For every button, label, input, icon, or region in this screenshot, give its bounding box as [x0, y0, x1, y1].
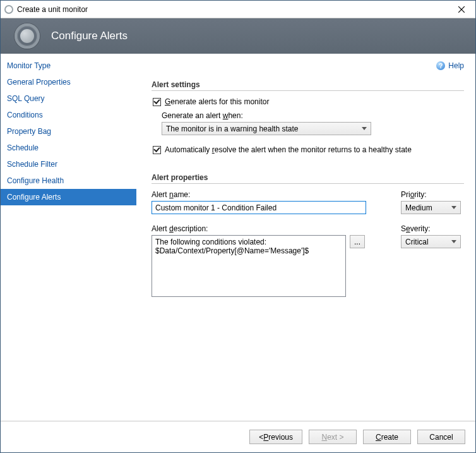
main-panel: ? Help Alert settings Generate alerts fo… [136, 54, 475, 421]
sidebar-item-schedule-filter[interactable]: Schedule Filter [1, 156, 136, 172]
description-browse-button[interactable]: ... [350, 235, 365, 248]
help-link[interactable]: ? Help [436, 61, 464, 70]
severity-label: Severity: [401, 224, 464, 233]
chevron-down-icon [451, 206, 456, 209]
titlebar: Create a unit monitor [1, 1, 475, 18]
chevron-down-icon [362, 127, 367, 130]
generate-when-label: Generate an alert when: [162, 111, 464, 120]
close-icon [458, 6, 465, 13]
sidebar-item-general-properties[interactable]: General Properties [1, 74, 136, 90]
alert-description-textarea[interactable]: The following conditions violated: $Data… [152, 235, 346, 297]
alert-name-label: Alert name: [152, 190, 366, 199]
wizard-sidebar: Monitor Type General Properties SQL Quer… [1, 54, 136, 421]
wizard-footer: < Previous Next > Create Cancel [1, 421, 475, 452]
help-icon: ? [436, 61, 445, 70]
priority-label: Priority: [401, 190, 464, 199]
priority-value: Medium [405, 203, 432, 212]
sidebar-item-conditions[interactable]: Conditions [1, 107, 136, 123]
sidebar-item-configure-alerts[interactable]: Configure Alerts [1, 189, 136, 205]
app-icon [4, 5, 13, 14]
content: Monitor Type General Properties SQL Quer… [1, 54, 475, 421]
generate-alerts-label: Generate alerts for this monitor [165, 97, 269, 106]
sidebar-item-schedule[interactable]: Schedule [1, 140, 136, 156]
cancel-button[interactable]: Cancel [417, 430, 465, 444]
section-alert-settings: Alert settings [152, 80, 464, 91]
sidebar-item-property-bag[interactable]: Property Bag [1, 123, 136, 140]
generate-alerts-checkbox[interactable] [153, 98, 161, 106]
autoresolve-label: Automatically resolve the alert when the… [165, 145, 412, 154]
window-title: Create a unit monitor [17, 5, 448, 14]
next-button: Next > [309, 430, 357, 444]
sidebar-item-monitor-type[interactable]: Monitor Type [1, 57, 136, 74]
chevron-down-icon [451, 240, 456, 243]
banner-title: Configure Alerts [51, 30, 128, 42]
autoresolve-row: Automatically resolve the alert when the… [153, 145, 464, 154]
sidebar-item-configure-health[interactable]: Configure Health [1, 172, 136, 189]
severity-select[interactable]: Critical [401, 235, 461, 248]
section-alert-properties: Alert properties [152, 173, 464, 184]
page-banner: Configure Alerts [1, 18, 475, 54]
autoresolve-checkbox[interactable] [153, 146, 161, 154]
alert-description-label: Alert description: [152, 224, 366, 233]
close-button[interactable] [448, 1, 475, 18]
severity-value: Critical [405, 238, 429, 246]
banner-icon [15, 23, 40, 49]
help-label: Help [448, 61, 464, 70]
generate-when-value: The monitor is in a warning health state [166, 124, 298, 133]
generate-alerts-row: Generate alerts for this monitor [153, 97, 464, 106]
alert-name-input[interactable] [152, 201, 366, 214]
priority-select[interactable]: Medium [401, 201, 461, 214]
generate-when-select[interactable]: The monitor is in a warning health state [162, 122, 371, 135]
previous-button[interactable]: < Previous [249, 430, 302, 444]
create-button[interactable]: Create [363, 430, 411, 444]
sidebar-item-sql-query[interactable]: SQL Query [1, 90, 136, 107]
